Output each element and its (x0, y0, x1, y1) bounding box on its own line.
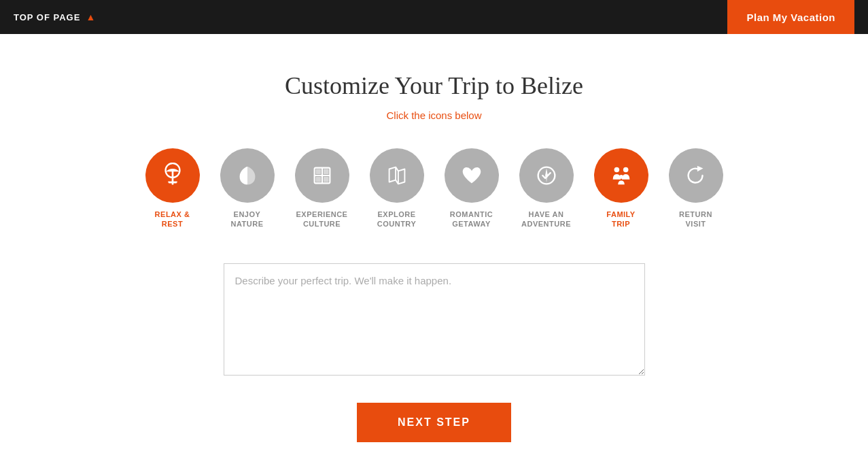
culture-icon (309, 163, 335, 188)
svg-point-19 (614, 167, 619, 173)
top-of-page-label: TOP OF PAGE (14, 12, 80, 22)
icon-label-return-visit: RETURNVISIT (679, 210, 712, 229)
icon-circle-family-trip (594, 148, 648, 203)
icon-label-family-trip: FAMILYTRIP (606, 210, 635, 229)
icon-have-adventure[interactable]: HAVE ANADVENTURE (519, 148, 574, 229)
icon-label-experience-culture: EXPERIENCECULTURE (296, 210, 348, 229)
header: TOP OF PAGE ▲ Plan My Vacation (0, 0, 868, 34)
icon-return-visit[interactable]: RETURNVISIT (669, 148, 723, 229)
refresh-icon (683, 163, 709, 188)
icon-enjoy-nature[interactable]: ENJOYNATURE (220, 148, 275, 229)
family-icon (608, 163, 634, 188)
icon-label-romantic-getaway: ROMANTICGETAWAY (450, 210, 493, 229)
icon-circle-return-visit (669, 148, 723, 203)
trip-description-textarea[interactable] (224, 263, 645, 376)
icon-circle-have-adventure (519, 148, 574, 203)
header-left: TOP OF PAGE ▲ (14, 12, 95, 22)
main-content: Customize Your Trip to Belize Click the … (0, 34, 868, 442)
icon-circle-experience-culture (295, 148, 349, 203)
svg-rect-9 (323, 169, 328, 175)
svg-rect-11 (323, 177, 328, 182)
arrow-icon: ▲ (86, 12, 95, 22)
leaf-icon (235, 163, 260, 188)
icon-label-have-adventure: HAVE ANADVENTURE (521, 210, 571, 229)
svg-rect-8 (315, 169, 321, 175)
icon-relax-rest[interactable]: RELAX &REST (145, 148, 200, 229)
icon-circle-romantic-getaway (445, 148, 499, 203)
trip-type-icons: RELAX &REST ENJOYNATURE (145, 148, 723, 229)
icon-label-relax-rest: RELAX &REST (155, 210, 190, 229)
svg-marker-12 (389, 167, 404, 184)
map-icon (384, 163, 410, 188)
icon-experience-culture[interactable]: EXPERIENCECULTURE (295, 148, 349, 229)
icon-circle-explore-country (370, 148, 424, 203)
svg-point-21 (619, 175, 623, 179)
subtitle: Click the icons below (386, 110, 481, 121)
svg-point-20 (623, 167, 628, 173)
icon-label-explore-country: EXPLORECOUNTRY (377, 210, 416, 229)
icon-romantic-getaway[interactable]: ROMANTICGETAWAY (445, 148, 499, 229)
plan-vacation-button[interactable]: Plan My Vacation (727, 0, 854, 34)
svg-marker-22 (697, 166, 703, 172)
next-step-button[interactable]: NEXT STEP (357, 403, 511, 442)
page-title: Customize Your Trip to Belize (285, 71, 583, 100)
icon-circle-enjoy-nature (220, 148, 275, 203)
icon-circle-relax-rest (145, 148, 200, 203)
heart-icon (459, 163, 485, 188)
svg-rect-10 (315, 177, 321, 182)
icon-family-trip[interactable]: FAMILYTRIP (594, 148, 648, 229)
icon-label-enjoy-nature: ENJOYNATURE (230, 210, 263, 229)
compass-icon (534, 163, 559, 188)
beach-icon (160, 163, 186, 188)
icon-explore-country[interactable]: EXPLORECOUNTRY (370, 148, 424, 229)
